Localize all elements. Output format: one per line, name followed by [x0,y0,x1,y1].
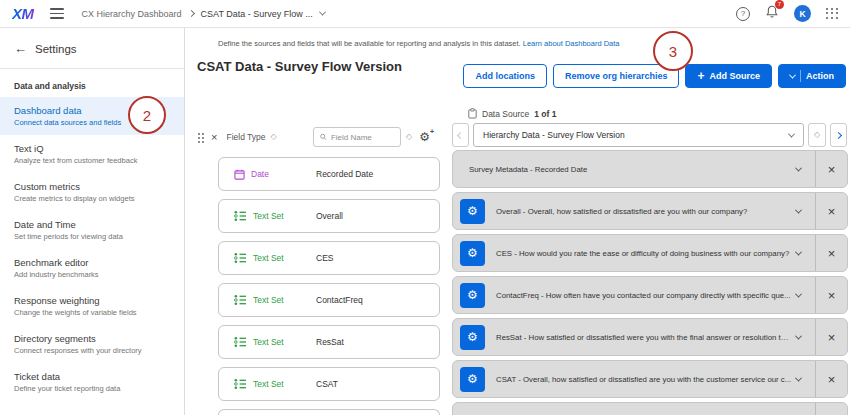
data-source-select[interactable]: Hierarchy Data - Survey Flow Version [473,123,804,147]
settings-sidebar: ← Settings Data and analysis Dashboard d… [0,28,185,415]
source-field-row[interactable]: × [452,402,848,415]
breadcrumb-separator-icon [188,10,195,17]
source-field-text: Overall - Overall, how satisfied or diss… [496,207,796,216]
sidebar-item[interactable]: Date and Time Set time periods for viewi… [0,211,184,249]
notifications-bell-icon[interactable]: 7 [765,4,779,23]
remove-field-button[interactable]: × [816,319,847,355]
field-row[interactable]: Text Set ContactFreq [218,283,440,317]
sidebar-item[interactable]: Text iQ Analyze text from customer feedb… [0,135,184,173]
sidebar-item[interactable]: Directory segments Connect responses wit… [0,325,184,363]
sidebar-item[interactable]: Custom metrics Create metrics to display… [0,173,184,211]
xm-logo[interactable]: XM [12,5,34,22]
field-type: Text Set [234,336,316,348]
field-name: Recorded Date [316,169,373,179]
sort-icon[interactable]: ◇ [271,133,277,141]
apps-grid-icon[interactable] [826,8,838,20]
field-name-search [313,127,401,147]
source-field-row[interactable]: ⚙ CES - How would you rate the ease or d… [452,234,848,272]
text-set-icon [234,294,247,306]
remove-field-button[interactable]: × [816,235,847,271]
chevron-down-icon[interactable] [795,374,802,381]
sidebar-item-subtitle: Set time periods for viewing data [14,232,170,241]
chevron-down-icon[interactable] [795,206,802,213]
text-set-icon [234,252,247,264]
add-source-button[interactable]: + Add Source [685,64,772,88]
field-settings-button[interactable]: ⚙ [460,241,485,266]
action-button[interactable]: Action [778,64,846,88]
field-type: Text Set [234,294,316,306]
source-field-row[interactable]: ⚙ Overall - Overall, how satisfied or di… [452,192,848,230]
remove-org-hierarchies-button[interactable]: Remove org hierarchies [553,64,680,88]
data-source-nav: Hierarchy Data - Survey Flow Version ◇ [452,123,847,147]
app-root: XM CX Hierarchy Dashboard CSAT Data - Su… [0,0,850,415]
search-input[interactable] [331,133,394,142]
section-header: Data and analysis [0,69,184,97]
drag-handle-icon[interactable] [197,132,204,143]
source-field-text: Survey Metadata - Recorded Date [469,165,796,174]
field-settings-button[interactable]: ⚙ [460,283,485,308]
back-to-settings[interactable]: ← Settings [0,28,184,66]
field-name: Overall [316,211,343,221]
avatar[interactable]: K [794,5,811,22]
header-buttons: Add locations Remove org hierarchies + A… [463,64,846,88]
breadcrumb-current[interactable]: CSAT Data - Survey Flow ... [201,9,313,19]
remove-field-button[interactable]: × [816,151,847,187]
topbar: XM CX Hierarchy Dashboard CSAT Data - Su… [0,0,850,28]
chevron-down-icon[interactable] [319,9,326,16]
sidebar-item[interactable]: Ticket data Define your ticket reporting… [0,363,184,401]
learn-about-dashboard-data-link[interactable]: Learn about Dashboard Data [523,39,620,48]
field-row[interactable]: Text Set CSAT [218,367,440,401]
source-field-row[interactable]: ⚙ ContactFreq - How often have you conta… [452,276,848,314]
source-field-row[interactable]: Survey Metadata - Recorded Date × [452,150,848,188]
sort-icon[interactable]: ◇ [406,133,412,141]
field-settings-button[interactable]: ⚙ [460,325,485,350]
selected-source: Hierarchy Data - Survey Flow Version [483,130,625,140]
chevron-down-icon[interactable] [795,332,802,339]
source-field-row[interactable]: ⚙ CSAT - Overall, how satisfied or dissa… [452,360,848,398]
help-icon[interactable]: ? [736,7,750,21]
sidebar-item-subtitle: Change the weights of variable fields [14,308,170,317]
remove-field-button[interactable]: × [816,277,847,313]
chevron-down-icon[interactable] [795,164,802,171]
field-settings-button[interactable]: ⚙ [460,367,485,392]
field-row[interactable]: Date Recorded Date [218,157,440,191]
data-source-label: Data Source 1 of 1 [468,108,556,119]
notification-badge: 7 [775,0,784,9]
add-locations-button[interactable]: Add locations [463,64,547,88]
breadcrumb-dashboard-link[interactable]: CX Hierarchy Dashboard [82,9,182,19]
divider [815,403,816,415]
text-set-icon [234,210,247,222]
text-set-icon [234,336,247,348]
remove-field-button[interactable]: × [816,361,847,397]
page-title: CSAT Data - Survey Flow Version [197,59,402,74]
close-icon[interactable]: × [211,132,217,143]
field-settings-button[interactable]: ⚙ [460,199,485,224]
text-set-icon [234,378,247,390]
sidebar-item-title: Date and Time [14,219,170,230]
field-row[interactable]: Text Set CES [218,241,440,275]
chevron-down-icon[interactable] [795,248,802,255]
field-row[interactable] [218,409,440,415]
description-text: Define the sources and fields that will … [218,39,521,48]
field-row[interactable]: Text Set Overall [218,199,440,233]
source-field-text: CSAT - Overall, how satisfied or dissati… [496,375,796,384]
remove-field-button[interactable]: × [816,193,847,229]
source-sort-button[interactable]: ◇ [808,123,826,147]
sidebar-item[interactable]: Response weighting Change the weights of… [0,287,184,325]
sidebar-item-subtitle: Analyze text from customer feedback [14,156,170,165]
chevron-down-icon[interactable] [795,290,802,297]
field-type-label: Text Set [253,211,284,221]
gear-add-icon[interactable]: ⚙+ [419,131,430,143]
field-type-label: Text Set [253,253,284,263]
sidebar-item[interactable]: Benchmark editor Add industry benchmarks [0,249,184,287]
field-type-column-label: Field Type [226,132,265,142]
menu-icon[interactable] [50,8,64,19]
chevron-down-icon [789,71,796,78]
field-row[interactable]: Text Set ResSat [218,325,440,359]
previous-source-button[interactable] [452,123,469,147]
next-source-button[interactable] [830,123,847,147]
field-type: Text Set [234,378,316,390]
source-field-row[interactable]: ⚙ ResSat - How satisfied or dissatisfied… [452,318,848,356]
main-content: Define the sources and fields that will … [186,28,850,415]
calendar-icon [234,169,245,180]
